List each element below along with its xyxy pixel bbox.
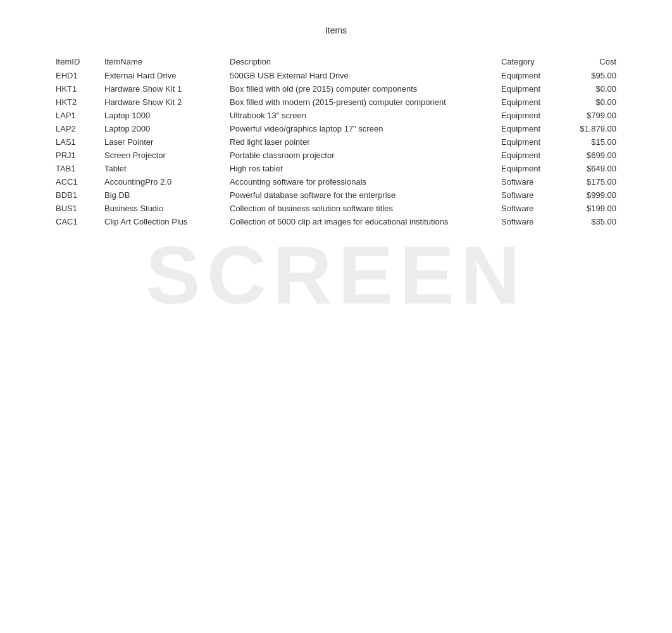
cell-category: Software xyxy=(496,215,566,228)
header-category: Category xyxy=(496,54,566,69)
cell-cost: $95.00 xyxy=(566,69,621,82)
cell-itemid: HKT2 xyxy=(51,95,99,109)
cell-description: Portable classroom projector xyxy=(225,149,496,162)
table-row: LAP2Laptop 2000Powerful video/graphics l… xyxy=(51,122,621,135)
page-title: Items xyxy=(51,25,621,35)
cell-category: Equipment xyxy=(496,122,566,135)
table-row: CAC1Clip Art Collection PlusCollection o… xyxy=(51,215,621,228)
table-row: TAB1TabletHigh res tabletEquipment$649.0… xyxy=(51,162,621,175)
cell-description: Accounting software for professionals xyxy=(225,175,496,188)
cell-cost: $175.00 xyxy=(566,175,621,188)
cell-itemid: HKT1 xyxy=(51,82,99,95)
cell-cost: $699.00 xyxy=(566,149,621,162)
cell-itemid: EHD1 xyxy=(51,69,99,82)
cell-description: Box filled with modern (2015-present) co… xyxy=(225,95,496,109)
cell-itemid: CAC1 xyxy=(51,215,99,228)
table-row: HKT2Hardware Show Kit 2Box filled with m… xyxy=(51,95,621,109)
cell-cost: $999.00 xyxy=(566,188,621,202)
table-row: HKT1Hardware Show Kit 1Box filled with o… xyxy=(51,82,621,95)
cell-description: 500GB USB External Hard Drive xyxy=(225,69,496,82)
cell-description: Collection of business solution software… xyxy=(225,202,496,215)
cell-description: Collection of 5000 clip art images for e… xyxy=(225,215,496,228)
cell-category: Equipment xyxy=(496,109,566,122)
header-cost: Cost xyxy=(566,54,621,69)
cell-description: Powerful video/graphics laptop 17" scree… xyxy=(225,122,496,135)
cell-cost: $15.00 xyxy=(566,135,621,149)
cell-category: Equipment xyxy=(496,135,566,149)
cell-itemname: Screen Projector xyxy=(99,149,225,162)
cell-itemid: LAP1 xyxy=(51,109,99,122)
cell-category: Equipment xyxy=(496,95,566,109)
cell-category: Equipment xyxy=(496,69,566,82)
cell-itemname: External Hard Drive xyxy=(99,69,225,82)
cell-itemname: AccountingPro 2.0 xyxy=(99,175,225,188)
cell-category: Equipment xyxy=(496,162,566,175)
cell-itemid: BUS1 xyxy=(51,202,99,215)
cell-itemid: LAS1 xyxy=(51,135,99,149)
table-row: EHD1External Hard Drive500GB USB Externa… xyxy=(51,69,621,82)
table-row: PRJ1Screen ProjectorPortable classroom p… xyxy=(51,149,621,162)
table-row: BDB1Big DBPowerful database software for… xyxy=(51,188,621,202)
cell-description: High res tablet xyxy=(225,162,496,175)
cell-itemname: Business Studio xyxy=(99,202,225,215)
cell-cost: $0.00 xyxy=(566,82,621,95)
table-row: LAP1Laptop 1000Ultrabook 13" screenEquip… xyxy=(51,109,621,122)
cell-itemname: Big DB xyxy=(99,188,225,202)
cell-category: Software xyxy=(496,175,566,188)
cell-cost: $1,879.00 xyxy=(566,122,621,135)
cell-itemid: LAP2 xyxy=(51,122,99,135)
cell-itemname: Laser Pointer xyxy=(99,135,225,149)
cell-cost: $799.00 xyxy=(566,109,621,122)
table-row: ACC1AccountingPro 2.0Accounting software… xyxy=(51,175,621,188)
cell-cost: $0.00 xyxy=(566,95,621,109)
cell-itemname: Laptop 2000 xyxy=(99,122,225,135)
items-table: ItemID ItemName Description Category Cos… xyxy=(51,54,621,228)
header-description: Description xyxy=(225,54,496,69)
cell-category: Software xyxy=(496,202,566,215)
cell-description: Box filled with old (pre 2015) computer … xyxy=(225,82,496,95)
cell-itemname: Laptop 1000 xyxy=(99,109,225,122)
cell-itemname: Tablet xyxy=(99,162,225,175)
header-itemid: ItemID xyxy=(51,54,99,69)
header-itemname: ItemName xyxy=(99,54,225,69)
cell-itemid: PRJ1 xyxy=(51,149,99,162)
cell-itemname: Hardware Show Kit 2 xyxy=(99,95,225,109)
cell-cost: $199.00 xyxy=(566,202,621,215)
cell-category: Equipment xyxy=(496,82,566,95)
cell-itemid: BDB1 xyxy=(51,188,99,202)
cell-description: Powerful database software for the enter… xyxy=(225,188,496,202)
cell-itemname: Clip Art Collection Plus xyxy=(99,215,225,228)
cell-itemname: Hardware Show Kit 1 xyxy=(99,82,225,95)
cell-description: Ultrabook 13" screen xyxy=(225,109,496,122)
cell-itemid: TAB1 xyxy=(51,162,99,175)
table-row: LAS1Laser PointerRed light laser pointer… xyxy=(51,135,621,149)
cell-description: Red light laser pointer xyxy=(225,135,496,149)
cell-category: Software xyxy=(496,188,566,202)
cell-cost: $649.00 xyxy=(566,162,621,175)
cell-category: Equipment xyxy=(496,149,566,162)
cell-cost: $35.00 xyxy=(566,215,621,228)
table-row: BUS1Business StudioCollection of busines… xyxy=(51,202,621,215)
cell-itemid: ACC1 xyxy=(51,175,99,188)
